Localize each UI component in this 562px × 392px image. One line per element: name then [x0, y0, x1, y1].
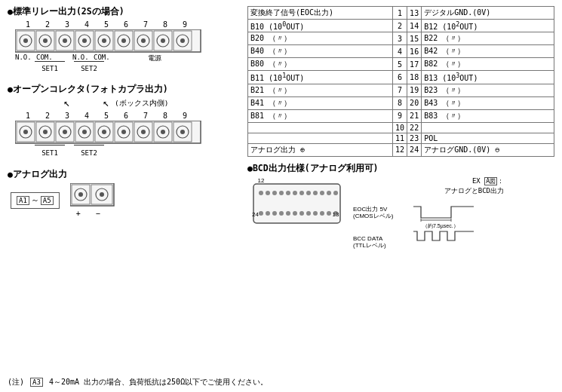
term-num-5: 5: [97, 20, 116, 29]
svg-point-85: [320, 211, 324, 216]
table-row: B20 （〃） 3 15 B22 （〃）: [248, 32, 554, 45]
table-row: アナログ出力 ⊕ 12 24 アナログGND.(0V) ⊖: [248, 143, 554, 156]
pin-num: 7: [393, 84, 407, 96]
oc-arrows: ↗ ↗ (ボックス内側): [15, 96, 241, 112]
oc-terminal-svg: [15, 121, 204, 145]
signal-right: B83 （〃）: [422, 109, 554, 122]
signal-right: B13 (103OUT): [422, 71, 554, 84]
svg-point-18: [121, 38, 126, 43]
svg-point-65: [266, 191, 270, 195]
signal-left: B21 （〃）: [248, 84, 393, 96]
svg-point-72: [313, 191, 318, 195]
pin-num: 8: [393, 96, 407, 109]
signal-right: B12 (102OUT): [422, 20, 554, 32]
oc-set2-label: SET2: [74, 149, 104, 157]
svg-point-31: [23, 130, 28, 134]
pin-num: 19: [407, 84, 422, 96]
pin-num: 2: [393, 20, 407, 32]
note-section: (注) A3 4～20mA 出力の場合、負荷抵抗は250Ω以下でご使用ください。: [8, 377, 268, 387]
oc-num-2: 2: [38, 112, 57, 120]
pin-num-13: 13: [407, 7, 422, 20]
table-row: B40 （〃） 4 16 B42 （〃）: [248, 45, 554, 58]
term-num-6: 6: [116, 20, 136, 29]
svg-point-75: [333, 191, 338, 195]
svg-text:EOC出力  5V: EOC出力 5V: [353, 206, 388, 213]
term-num-7: 7: [136, 20, 155, 29]
note-content: 4～20mA 出力の場合、負荷抵抗は250Ω以下でご使用ください。: [49, 378, 268, 386]
pin-num: 14: [407, 20, 422, 32]
connector-svg: 12 24 13: [247, 176, 345, 231]
signal-left: B11 (101OUT): [248, 71, 393, 84]
svg-rect-56: [70, 183, 114, 206]
table-row: B41 （〃） 8 20 B43 （〃）: [248, 96, 554, 109]
table-row: 10 22: [248, 122, 554, 133]
timing-area: EX A図：アナログとBCD出力 EOC出力 5V (CMOSレベル): [353, 176, 504, 252]
box-inside-label: (ボックス内側): [115, 99, 168, 109]
svg-point-55: [180, 130, 185, 134]
svg-point-73: [320, 191, 324, 195]
svg-text:(TTLレベル): (TTLレベル): [353, 242, 386, 249]
svg-point-64: [259, 191, 263, 195]
signal-left: B80 （〃）: [248, 58, 393, 71]
a1-label: A1: [17, 196, 29, 205]
svg-point-70: [299, 191, 304, 195]
analog-range-box: A1 ～ A5: [11, 192, 60, 209]
pin-num: 6: [393, 71, 407, 84]
arrow-right: ↗: [103, 96, 109, 109]
table-row: 11 23 POL: [248, 133, 554, 143]
svg-point-9: [63, 38, 67, 43]
svg-text:(CMOSレベル): (CMOSレベル): [353, 213, 394, 219]
no2-label: N.O.: [72, 54, 89, 61]
oc-num-6: 6: [116, 112, 136, 120]
plus-label: +: [76, 210, 81, 218]
bcd-title: ●BCD出力仕様(アナログ利用可): [247, 163, 554, 174]
bcd-section: ●BCD出力仕様(アナログ利用可): [247, 163, 554, 252]
signal-right: アナログGND.(0V) ⊖: [422, 143, 554, 156]
svg-point-74: [327, 191, 331, 195]
svg-point-37: [63, 130, 67, 134]
note-box-label: A3: [30, 378, 43, 387]
oc-title: ●オープンコレクタ(フォトカプラ出力): [8, 84, 241, 95]
svg-text:（約7.5µsec.）: （約7.5µsec.）: [422, 223, 459, 229]
oc-num-9: 9: [175, 112, 195, 120]
relay-title: ●標準リレー出力(2Sの場合): [8, 6, 241, 17]
signal-left: B41 （〃）: [248, 96, 393, 109]
pin-num: 10: [393, 122, 407, 133]
svg-point-69: [293, 191, 297, 195]
svg-point-71: [306, 191, 311, 195]
connector-diagram: 12 24 13: [247, 176, 345, 233]
table-row: B11 (101OUT) 6 18 B13 (103OUT): [248, 71, 554, 84]
page: ●標準リレー出力(2Sの場合) 1 2 3 4 5 6 7 8 9: [0, 0, 562, 392]
svg-text:13: 13: [333, 211, 339, 218]
table-row: B80 （〃） 5 17 B82 （〃）: [248, 58, 554, 71]
signal-left: B81 （〃）: [248, 109, 393, 122]
term-num-1: 1: [18, 20, 38, 29]
pin-table: 変換終了信号(EOC出力) 1 13 デジタルGND.(0V) B10 (100…: [247, 6, 554, 157]
svg-point-24: [161, 38, 165, 43]
svg-text:BCC DATA: BCC DATA: [353, 235, 383, 242]
signal-left: [248, 122, 393, 133]
term-num-9: 9: [175, 20, 195, 29]
signal-right: POL: [422, 133, 554, 143]
oc-num-1: 1: [18, 112, 38, 120]
svg-point-27: [180, 38, 185, 43]
signal-left: B20 （〃）: [248, 32, 393, 45]
set2-label: SET2: [74, 65, 104, 72]
power-label: 電源: [148, 54, 161, 63]
svg-point-21: [141, 38, 146, 43]
relay-section: ●標準リレー出力(2Sの場合) 1 2 3 4 5 6 7 8 9: [8, 6, 241, 79]
svg-point-62: [100, 192, 104, 197]
pin-num: 16: [407, 45, 422, 58]
table-row: B81 （〃） 9 21 B83 （〃）: [248, 109, 554, 122]
pin-num: 17: [407, 58, 422, 71]
right-column: 変換終了信号(EOC出力) 1 13 デジタルGND.(0V) B10 (100…: [247, 6, 554, 252]
oc-num-4: 4: [77, 112, 97, 120]
table-row: B10 (100OUT) 2 14 B12 (102OUT): [248, 20, 554, 32]
svg-point-76: [259, 211, 263, 216]
signal-left: [248, 133, 393, 143]
svg-point-79: [279, 211, 284, 216]
svg-point-77: [266, 211, 270, 216]
analog-polarity-labels: + −: [76, 210, 115, 218]
signal-left: アナログ出力 ⊕: [248, 143, 393, 156]
tilde-label: ～: [31, 195, 39, 206]
